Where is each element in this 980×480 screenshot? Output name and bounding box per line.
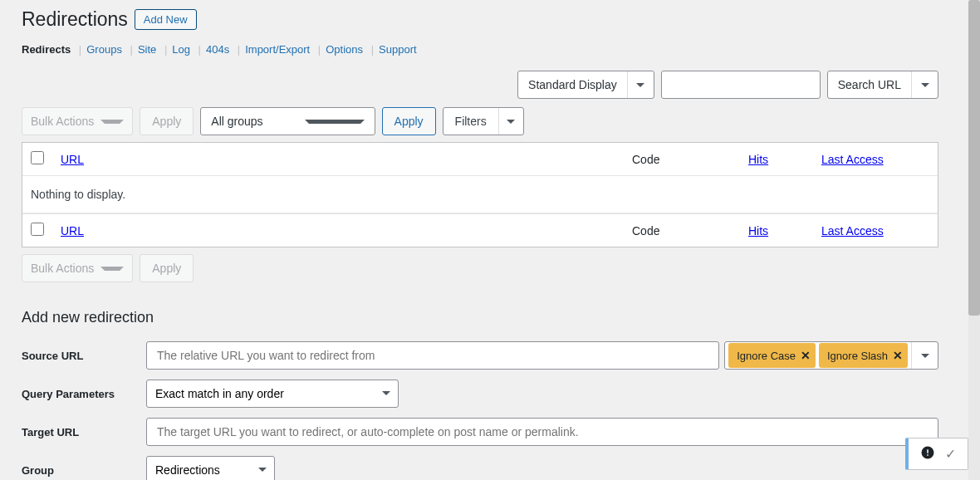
- nav-options[interactable]: Options: [326, 43, 363, 56]
- sub-nav: Redirects Groups Site Log 404s Import/Ex…: [22, 43, 938, 56]
- target-url-input[interactable]: [146, 418, 938, 446]
- group-select[interactable]: Redirections: [146, 456, 275, 480]
- col-url-foot[interactable]: URL: [61, 224, 84, 238]
- nav-log[interactable]: Log: [172, 43, 190, 56]
- bulk-actions-select-top[interactable]: Bulk Actions: [22, 107, 133, 135]
- table-empty-message: Nothing to display.: [22, 176, 938, 213]
- group-filter-value: All groups: [201, 115, 304, 128]
- source-url-input[interactable]: [146, 341, 719, 370]
- table-empty-row: Nothing to display.: [22, 176, 938, 213]
- filters-label: Filters: [443, 108, 498, 135]
- nav-support[interactable]: Support: [379, 43, 417, 56]
- group-label: Group: [22, 464, 146, 477]
- close-icon[interactable]: ✕: [893, 349, 903, 362]
- col-code-foot: Code: [624, 213, 740, 247]
- filters-button[interactable]: Filters: [443, 107, 524, 135]
- chevron-down-icon: [305, 120, 365, 124]
- url-flags-dropdown[interactable]: Ignore Case ✕ Ignore Slash ✕: [724, 341, 938, 370]
- col-hits[interactable]: Hits: [748, 153, 768, 166]
- select-all-checkbox-bottom[interactable]: [31, 223, 44, 236]
- bulk-actions-select-bottom[interactable]: Bulk Actions: [22, 254, 133, 282]
- search-url-label: Search URL: [828, 71, 911, 98]
- apply-button-bottom[interactable]: Apply: [140, 254, 194, 282]
- search-input[interactable]: [661, 71, 821, 99]
- col-hits-foot[interactable]: Hits: [748, 224, 768, 238]
- chevron-down-icon: [100, 120, 124, 124]
- check-icon[interactable]: ✓: [945, 446, 956, 462]
- chevron-down-icon[interactable]: [911, 71, 938, 98]
- form-title: Add new redirection: [22, 309, 938, 326]
- chevron-down-icon[interactable]: [911, 342, 938, 369]
- chevron-down-icon[interactable]: [498, 108, 523, 135]
- scrollbar-thumb[interactable]: [968, 0, 980, 316]
- add-new-button[interactable]: Add New: [135, 9, 197, 30]
- chevron-down-icon: [100, 267, 124, 271]
- flag-ignore-slash[interactable]: Ignore Slash ✕: [819, 343, 908, 368]
- col-last-access-foot[interactable]: Last Access: [821, 224, 884, 238]
- select-all-checkbox-top[interactable]: [31, 151, 44, 164]
- apply-button-top[interactable]: Apply: [140, 107, 194, 135]
- group-filter-select[interactable]: All groups: [200, 107, 375, 135]
- display-select[interactable]: Standard Display: [517, 71, 654, 99]
- col-url[interactable]: URL: [61, 153, 84, 166]
- bulk-actions-label-bottom: Bulk Actions: [22, 262, 100, 275]
- close-icon[interactable]: ✕: [801, 349, 811, 362]
- flag-ignore-case[interactable]: Ignore Case ✕: [728, 343, 816, 368]
- nav-groups[interactable]: Groups: [86, 43, 122, 56]
- nav-site[interactable]: Site: [138, 43, 156, 56]
- target-url-label: Target URL: [22, 426, 146, 438]
- warning-icon: [920, 445, 935, 463]
- nav-import-export[interactable]: Import/Export: [245, 43, 310, 56]
- search-url-button[interactable]: Search URL: [827, 71, 938, 99]
- nav-404s[interactable]: 404s: [206, 43, 229, 56]
- status-notification: ✓: [905, 438, 968, 470]
- bulk-actions-label: Bulk Actions: [22, 115, 100, 128]
- nav-redirects[interactable]: Redirects: [22, 43, 71, 56]
- chevron-down-icon[interactable]: [627, 71, 654, 98]
- query-params-select[interactable]: Exact match in any order: [146, 380, 399, 408]
- query-params-label: Query Parameters: [22, 388, 146, 400]
- display-select-value: Standard Display: [518, 71, 627, 98]
- page-title: Redirections: [22, 8, 128, 31]
- col-code: Code: [624, 143, 740, 176]
- col-last-access[interactable]: Last Access: [821, 153, 884, 166]
- apply-filter-button[interactable]: Apply: [382, 107, 436, 135]
- source-url-label: Source URL: [22, 350, 146, 362]
- redirects-table: URL Code Hits Last Access Nothing to dis…: [22, 142, 938, 247]
